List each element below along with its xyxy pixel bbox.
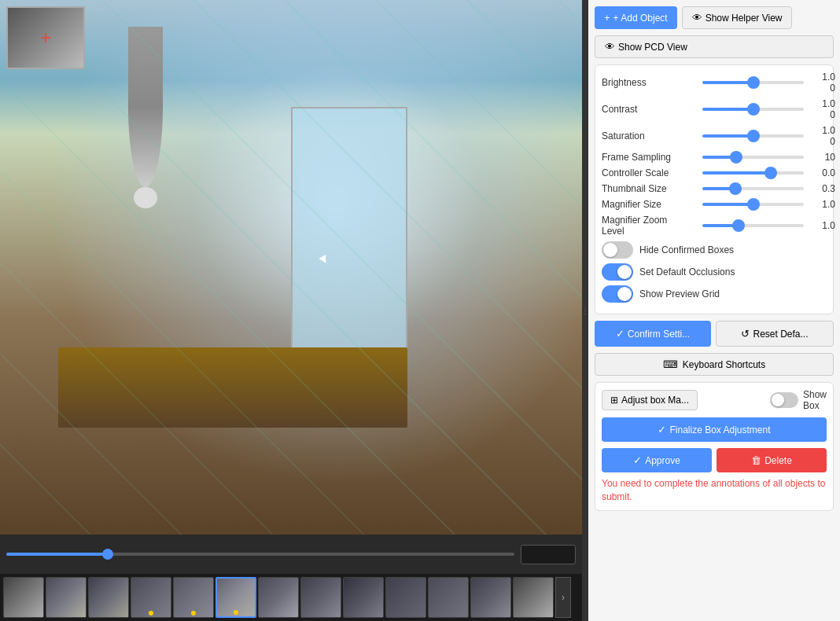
- thumbnail-strip: ›: [0, 574, 582, 621]
- show-box-toggle[interactable]: [770, 392, 798, 408]
- show-preview-toggle[interactable]: [602, 285, 633, 303]
- timeline-track: [6, 553, 514, 556]
- check-icon: ✓: [616, 328, 624, 340]
- toggle-knob: [617, 287, 632, 301]
- thumb-item[interactable]: [300, 577, 341, 618]
- magnifier-zoom-slider[interactable]: [702, 224, 804, 227]
- saturation-value: 1.00: [810, 125, 835, 147]
- frame-number-input[interactable]: 560: [521, 545, 576, 564]
- toggle-knob-sm: [772, 394, 784, 406]
- final-action-row: ✓ Approve 🗑 Delete: [602, 448, 827, 472]
- magnifier-size-row: Magnifier Size 1.0: [602, 199, 827, 210]
- toggle-knob: [603, 243, 617, 257]
- box-adjustment-section: ⊞ Adjust box Ma... Show Box ✓ Finalize B…: [595, 382, 834, 511]
- thumbnail-next-button[interactable]: ›: [555, 577, 571, 618]
- frame-sampling-value: 10: [810, 152, 835, 163]
- thumb-item[interactable]: [131, 577, 171, 618]
- contrast-value: 1.00: [810, 98, 835, 120]
- eye-icon: 👁: [692, 12, 702, 24]
- settings-panel: Brightness 1.00 Contrast 1.00 Saturation…: [595, 64, 834, 314]
- finalize-box-button[interactable]: ✓ Finalize Box Adjustment: [602, 417, 827, 442]
- controller-scale-value: 0.0: [810, 167, 835, 178]
- trash-icon: 🗑: [751, 454, 761, 466]
- thumbnail-size-value: 0.3: [810, 183, 835, 194]
- frame-sampling-slider[interactable]: [702, 156, 804, 159]
- thumb-item[interactable]: [428, 577, 469, 618]
- adjust-row: ⊞ Adjust box Ma... Show Box: [602, 389, 827, 411]
- magnifier-zoom-value: 1.0: [810, 220, 835, 231]
- right-panel: + + Add Object 👁 Show Helper View 👁 Show…: [588, 0, 840, 621]
- show-preview-label: Show Preview Grid: [639, 288, 720, 299]
- show-helper-button[interactable]: 👁 Show Helper View: [682, 6, 793, 29]
- set-default-label: Set Default Occlusions: [639, 266, 735, 277]
- thumbnail-minimap: +: [6, 6, 85, 69]
- thumbnail-size-row: Thumbnail Size 0.3: [602, 183, 827, 194]
- thumb-item[interactable]: [385, 577, 426, 618]
- approve-button[interactable]: ✓ Approve: [602, 448, 712, 472]
- image-panel: + 560: [0, 0, 582, 621]
- show-preview-grid-row: Show Preview Grid: [602, 285, 827, 303]
- check-icon-finalize: ✓: [658, 424, 666, 435]
- keyboard-icon: ⌨: [663, 358, 678, 370]
- thumb-item[interactable]: [173, 577, 214, 618]
- saturation-label: Saturation: [602, 130, 696, 141]
- main-image: [0, 0, 582, 535]
- magnifier-size-slider[interactable]: [702, 203, 804, 206]
- thumb-item[interactable]: [258, 577, 299, 618]
- adjust-box-button[interactable]: ⊞ Adjust box Ma...: [602, 390, 698, 410]
- top-buttons-row: + + Add Object 👁 Show Helper View: [595, 6, 834, 29]
- contrast-slider[interactable]: [702, 108, 804, 111]
- reset-defaults-button[interactable]: ↺ Reset Defa...: [716, 321, 834, 347]
- show-box-wrap: Show Box: [770, 389, 827, 411]
- brightness-value: 1.00: [810, 72, 835, 94]
- hide-confirmed-label: Hide Confirmed Boxes: [639, 244, 734, 255]
- frame-sampling-label: Frame Sampling: [602, 152, 696, 163]
- resize-handle[interactable]: ⋮: [582, 0, 588, 621]
- show-pcd-button[interactable]: 👁 Show PCD View: [595, 35, 834, 58]
- timeline-thumb[interactable]: [102, 549, 113, 560]
- diagonal-lines: [0, 0, 582, 535]
- hide-confirmed-row: Hide Confirmed Boxes: [602, 241, 827, 259]
- magnifier-zoom-row: Magnifier Zoom Level 1.0: [602, 215, 827, 237]
- contrast-label: Contrast: [602, 104, 696, 115]
- brightness-slider[interactable]: [702, 81, 804, 84]
- delete-button[interactable]: 🗑 Delete: [717, 448, 827, 472]
- thumbnail-size-slider[interactable]: [702, 187, 804, 190]
- brightness-label: Brightness: [602, 77, 696, 88]
- frame-sampling-row: Frame Sampling 10: [602, 152, 827, 163]
- controller-scale-label: Controller Scale: [602, 167, 696, 178]
- thumb-item[interactable]: [513, 577, 554, 618]
- action-buttons-row: ✓ Confirm Setti... ↺ Reset Defa...: [595, 321, 834, 347]
- add-object-button[interactable]: + + Add Object: [595, 6, 677, 29]
- thumb-item[interactable]: [88, 577, 129, 618]
- hide-confirmed-toggle[interactable]: [602, 241, 633, 259]
- reset-icon: ↺: [741, 328, 750, 340]
- controller-scale-slider[interactable]: [702, 171, 804, 175]
- magnifier-zoom-label: Magnifier Zoom Level: [602, 215, 696, 237]
- eye-icon-pcd: 👁: [605, 41, 615, 53]
- main-image-container[interactable]: +: [0, 0, 582, 535]
- show-box-label: Show Box: [803, 389, 827, 411]
- adjust-icon: ⊞: [610, 395, 618, 406]
- thumb-item[interactable]: [3, 577, 44, 618]
- brightness-row: Brightness 1.00: [602, 72, 827, 94]
- set-default-toggle[interactable]: [602, 263, 633, 281]
- warning-message: You need to complete the annotations of …: [602, 477, 827, 504]
- set-default-occlusions-row: Set Default Occlusions: [602, 263, 827, 281]
- plus-icon: +: [604, 12, 610, 24]
- timeline-fill: [6, 553, 108, 556]
- thumbnail-size-label: Thumbnail Size: [602, 183, 696, 194]
- timeline-slider-container[interactable]: [6, 553, 514, 556]
- thumb-item[interactable]: [470, 577, 511, 618]
- contrast-row: Contrast 1.00: [602, 98, 827, 120]
- cursor: [320, 256, 330, 266]
- thumb-item[interactable]: [46, 577, 87, 618]
- confirm-settings-button[interactable]: ✓ Confirm Setti...: [595, 321, 711, 347]
- saturation-row: Saturation 1.00: [602, 125, 827, 147]
- keyboard-shortcuts-button[interactable]: ⌨ Keyboard Shortcuts: [595, 353, 834, 376]
- saturation-slider[interactable]: [702, 134, 804, 138]
- check-icon-approve: ✓: [633, 454, 642, 466]
- magnifier-size-value: 1.0: [810, 199, 835, 210]
- thumb-item-active[interactable]: [216, 577, 256, 618]
- thumb-item[interactable]: [343, 577, 384, 618]
